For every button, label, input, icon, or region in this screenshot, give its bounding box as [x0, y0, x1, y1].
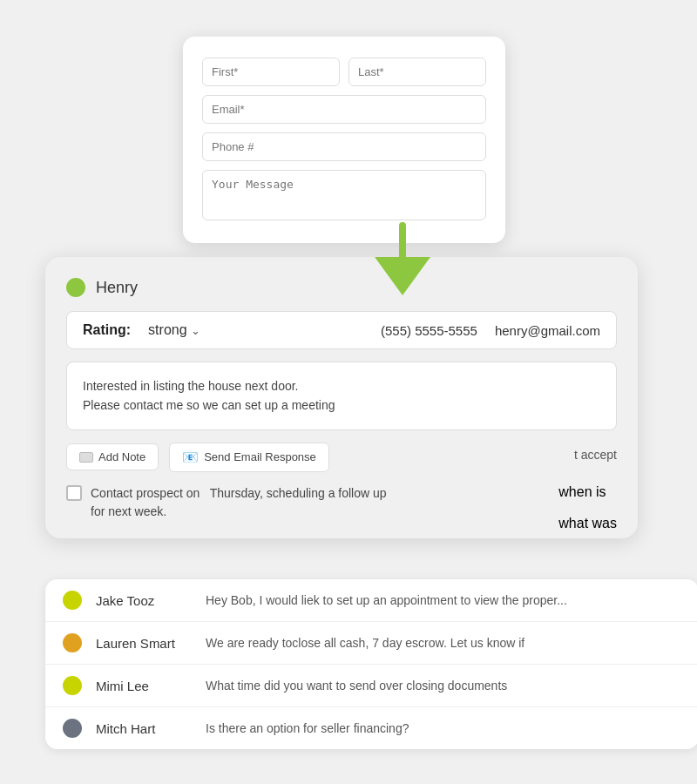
truncated-lines: when is what was [558, 484, 617, 531]
email-input[interactable] [202, 95, 486, 124]
rating-bar: Rating: strong ⌄ (555) 5555-5555 henry@g… [66, 311, 617, 349]
contact-row[interactable]: Jake Tooz Hey Bob, I would liek to set u… [45, 579, 697, 622]
followup-line1: Contact prospect on Thursday, scheduling… [91, 484, 387, 503]
contact-status-dot [63, 591, 82, 610]
followup-section: Contact prospect on Thursday, scheduling… [66, 484, 617, 521]
truncated-line3: what was [558, 516, 617, 531]
contact-name: Lauren Smart [96, 636, 192, 651]
contact-status-dot [63, 633, 82, 652]
henry-phone: (555) 5555-5555 [381, 323, 477, 338]
henry-status-dot [66, 278, 85, 297]
name-row [202, 57, 486, 86]
contact-status-dot [63, 719, 82, 738]
last-name-input[interactable] [348, 57, 486, 86]
henry-message: Interested in listing the house next doo… [66, 362, 617, 430]
henry-card: Henry Rating: strong ⌄ (555) 5555-5555 h… [45, 257, 638, 538]
note-icon [79, 452, 93, 463]
contact-row[interactable]: Mitch Hart Is there an option for seller… [45, 707, 697, 749]
message-input[interactable] [202, 170, 486, 220]
contact-message: Hey Bob, I would liek to set up an appoi… [206, 593, 567, 607]
henry-email: henry@gmail.com [495, 323, 600, 338]
arrow-stem [399, 222, 406, 257]
add-note-label: Add Note [98, 450, 145, 463]
followup-text-block: Contact prospect on Thursday, scheduling… [91, 484, 387, 521]
henry-header: Henry [66, 278, 617, 297]
first-name-input[interactable] [202, 57, 340, 86]
message-line2: Please contact me so we can set up a mee… [83, 398, 335, 412]
action-row: Add Note 📧 Send Email Response [66, 443, 617, 472]
contact-name: Mitch Hart [96, 721, 192, 736]
contact-status-dot [63, 676, 82, 695]
contact-list: Jake Tooz Hey Bob, I would liek to set u… [45, 579, 697, 749]
email-icon: 📧 [182, 449, 199, 465]
contact-message: Is there an option for seller financing? [206, 721, 409, 735]
truncated-line1: t accept [574, 448, 617, 462]
contact-name: Mimi Lee [96, 679, 192, 693]
contact-message: We are ready toclose all cash, 7 day esc… [206, 636, 524, 650]
truncated-line2: when is [558, 484, 617, 500]
contact-row[interactable]: Lauren Smart We are ready toclose all ca… [45, 622, 697, 665]
action-section: Add Note 📧 Send Email Response t accept [66, 443, 617, 472]
rating-label: Rating: [83, 322, 131, 338]
send-email-button[interactable]: 📧 Send Email Response [169, 443, 329, 472]
contact-form [183, 37, 505, 243]
arrow-head [375, 257, 430, 295]
phone-input[interactable] [202, 132, 486, 161]
followup-line2: for next week. [91, 503, 387, 521]
rating-value[interactable]: strong ⌄ [148, 322, 200, 338]
contact-name: Jake Tooz [96, 593, 192, 608]
rating-chevron-icon: ⌄ [191, 324, 200, 337]
add-note-button[interactable]: Add Note [66, 443, 159, 470]
followup-checkbox[interactable] [66, 485, 82, 501]
contact-message: What time did you want to send over clos… [206, 679, 507, 693]
contact-row[interactable]: Mimi Lee What time did you want to send … [45, 665, 697, 707]
henry-name: Henry [96, 279, 138, 297]
send-email-label: Send Email Response [204, 450, 316, 463]
message-line1: Interested in listing the house next doo… [83, 379, 299, 393]
arrow-indicator [375, 222, 430, 295]
